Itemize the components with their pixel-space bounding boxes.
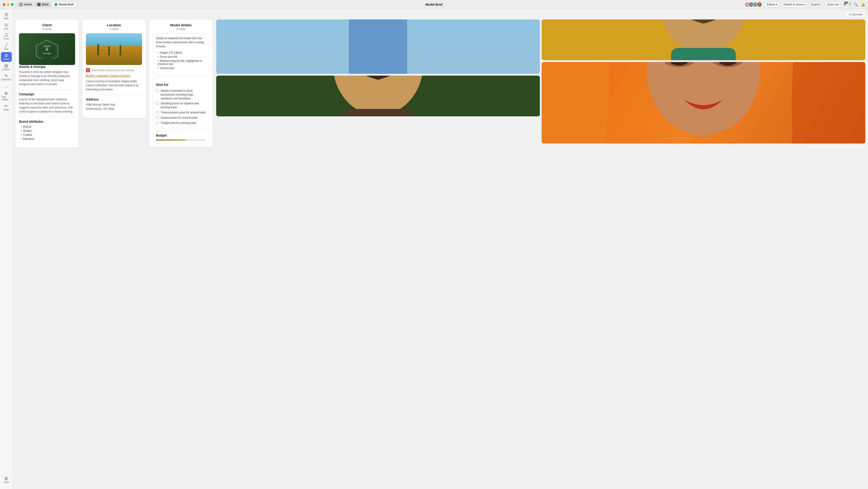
campaign-text: Launch of the Spring/Summer collection f…: [19, 97, 75, 114]
amelia-logo-image: Amelia & Georgia: [19, 33, 75, 65]
sidebar-item-link-label: Link: [4, 27, 8, 30]
sidebar-item-link[interactable]: ⊙ Link: [1, 22, 12, 31]
desert-image-card: [86, 33, 142, 65]
divider: [19, 89, 75, 90]
brand-list: Ethical Quality Crafted Effortless: [19, 125, 75, 141]
checkbox[interactable]: [156, 89, 159, 92]
sidebar-item-line[interactable]: ╱ Line: [1, 42, 12, 52]
help-icon[interactable]: ?: [849, 2, 851, 6]
checkbox-label: Standing poses for daytime and evening l…: [161, 102, 206, 109]
avatar-group: A B C D: [746, 2, 762, 7]
checkbox[interactable]: [156, 111, 159, 114]
svg-rect-11: [342, 109, 414, 116]
yellow-bg-model-image: [541, 20, 865, 60]
model-spec-list: Height 175-180cm Dress size 6/8 Medium-l…: [156, 51, 206, 70]
sidebar-item-todo-label: To-do: [3, 37, 9, 40]
avatar: D: [757, 2, 762, 7]
titlebar-right: A B C D Editors ▾ Publish & share ▾ Expo…: [746, 2, 865, 7]
location-column: Location 3 cards C: [82, 20, 146, 118]
line-icon: ╱: [5, 43, 7, 47]
unsorted-button[interactable]: 0 Unsorted: [846, 12, 865, 17]
laughing-model-photo: [216, 76, 540, 116]
checkbox-item: Twilight shot for evening wear: [156, 120, 206, 126]
search-icon[interactable]: 🔍: [854, 2, 858, 6]
client-column: Client 4 cards Amelia & Georgia: [16, 20, 79, 148]
client-column-count: 4 cards: [19, 27, 75, 31]
yellow-svg: [541, 20, 865, 60]
model-desc-card: Ideally an experienced model who has don…: [153, 33, 209, 76]
orange-svg: [541, 62, 865, 144]
list-item: Height 175-180cm: [158, 51, 206, 55]
sidebar-item-board[interactable]: ⊞ Board: [1, 52, 12, 62]
zoom-label: Zoom out: [827, 3, 839, 6]
sidebar-trash-label: Trash: [3, 481, 9, 484]
shot-list-card: Shot list Variety of portraits to show a…: [153, 78, 209, 128]
budget-title: Budget: [156, 134, 206, 137]
work-icon: [37, 3, 40, 6]
sidebar-item-todo[interactable]: ☑ To-do: [1, 32, 12, 41]
laugh-svg: [216, 76, 540, 116]
sidebar-item-trash[interactable]: 🗑 Trash: [1, 475, 12, 485]
checkbox[interactable]: [156, 121, 159, 124]
model-description: Ideally an experienced model who has don…: [156, 36, 206, 49]
laughing-model-image: [216, 76, 540, 116]
tab-home[interactable]: M Home: [17, 2, 34, 7]
svg-text:&: &: [46, 47, 49, 51]
address-title: Address: [86, 97, 142, 101]
main-content: 0 Unsorted Client 4 cards Amelia &: [13, 9, 868, 489]
list-item: Ethical: [21, 125, 75, 129]
sidebar: ☰ Note ⊙ Link ☑ To-do ╱ Line ⊞ Board ▤ C…: [0, 9, 13, 489]
budget-card: Budget: [153, 131, 209, 144]
model-details-title: Model details: [153, 23, 209, 27]
link-url: https://www.cactuscountry.com.au/blog: [91, 69, 134, 71]
svg-rect-7: [349, 20, 407, 74]
zoom-button[interactable]: Zoom out: [825, 2, 840, 7]
sidebar-item-board-label: Board: [3, 58, 9, 60]
list-item: Tanned skin: [158, 66, 206, 70]
sidebar-item-more[interactable]: …: [1, 83, 12, 89]
minimize-button[interactable]: [7, 3, 9, 6]
checkbox-label: Three-quarters pose for several looks: [161, 111, 206, 115]
link-icon: ⊙: [4, 23, 8, 27]
budget-bar: [156, 140, 206, 141]
client-column-title: Client: [19, 23, 75, 27]
tab-work[interactable]: Work: [35, 2, 51, 7]
cactus-link-text[interactable]: BLOG | Australia | Cactus Country: [86, 74, 142, 78]
checkbox[interactable]: [156, 116, 159, 119]
checkbox-label: Seated poses for several looks: [161, 116, 198, 120]
notification-badge: 21: [844, 2, 848, 4]
location-column-count: 3 cards: [86, 27, 142, 31]
sidebar-item-draw-label: Draw: [4, 109, 9, 111]
checkbox[interactable]: [156, 102, 159, 105]
close-button[interactable]: [3, 3, 5, 6]
column-icon: ▤: [4, 64, 8, 68]
brief-icon: [54, 3, 57, 6]
editors-chevron: ▾: [776, 3, 777, 6]
traffic-lights: [3, 3, 13, 6]
location-column-header: Location 3 cards: [86, 23, 142, 31]
sidebar-item-addimage[interactable]: ⊕ Add image: [1, 90, 12, 102]
list-item: Medium-long blonde, highlighted or chest…: [158, 59, 206, 66]
shot-list-title: Shot list: [156, 83, 206, 86]
titlebar: M Home Work Model Brief Model Brief A B …: [0, 0, 868, 9]
sidebar-item-addimage-label: Add image: [2, 96, 11, 101]
home-icon: M: [20, 3, 23, 6]
export-button[interactable]: Export ▾: [809, 2, 823, 7]
notification-icon[interactable]: 🖥 21: [843, 3, 846, 6]
publish-share-button[interactable]: Publish & share ▾: [782, 2, 806, 7]
tab-modelbrief[interactable]: Model Brief: [52, 2, 76, 7]
publish-share-label: Publish & share: [784, 3, 803, 6]
editors-button[interactable]: Editors ▾: [765, 2, 779, 7]
page-title: Model Brief: [425, 3, 443, 6]
sidebar-item-draw[interactable]: ✏ Draw: [1, 103, 12, 112]
bell-icon[interactable]: 🔔: [861, 2, 865, 6]
sidebar-item-column[interactable]: ▤ Column: [1, 62, 12, 72]
checkbox-item: Seated poses for several looks: [156, 115, 206, 120]
addimage-icon: ⊕: [4, 91, 8, 95]
brand-attributes-card: Brand attributes Ethical Quality Crafted…: [19, 120, 75, 141]
fullscreen-button[interactable]: [11, 3, 13, 6]
campaign-title: Campaign: [19, 92, 75, 96]
sidebar-item-comment[interactable]: ✎ Comment: [1, 73, 12, 82]
checkbox-label: Variety of portraits to show accessories…: [161, 89, 206, 100]
sidebar-item-note[interactable]: ☰ Note: [1, 11, 12, 21]
